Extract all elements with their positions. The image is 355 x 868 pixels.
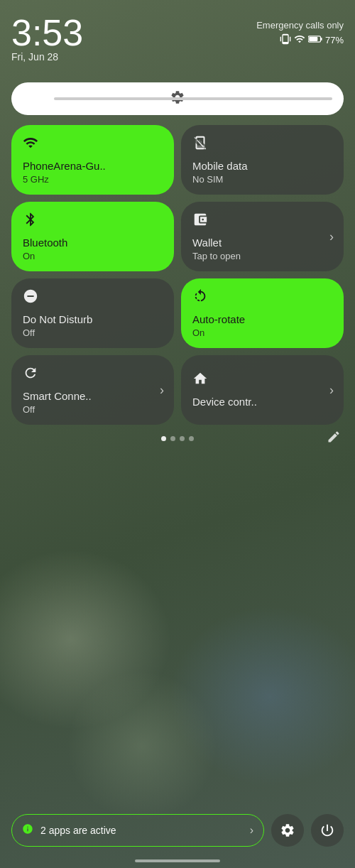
mobile-data-label: Mobile data bbox=[192, 160, 332, 173]
dnd-sublabel: Off bbox=[23, 327, 163, 338]
status-icons: 77% bbox=[280, 33, 344, 47]
tile-wifi[interactable]: PhoneArena-Gu.. 5 GHz bbox=[11, 125, 174, 195]
device-control-arrow: › bbox=[329, 383, 334, 398]
info-icon bbox=[22, 823, 33, 837]
tile-device-control[interactable]: Device contr.. › bbox=[181, 355, 344, 425]
wallet-arrow: › bbox=[329, 229, 334, 244]
vibrate-icon bbox=[280, 33, 291, 47]
active-apps-arrow: › bbox=[250, 824, 253, 837]
wallet-icon bbox=[192, 212, 332, 231]
emergency-text: Emergency calls only bbox=[256, 20, 344, 31]
quick-tiles: PhoneArena-Gu.. 5 GHz Mobile data No SIM… bbox=[11, 125, 344, 425]
smart-connect-arrow: › bbox=[160, 383, 164, 398]
signal-icon bbox=[294, 33, 305, 47]
auto-rotate-sublabel: On bbox=[192, 327, 332, 338]
dot-indicators bbox=[161, 436, 194, 441]
smart-connect-icon bbox=[23, 365, 163, 384]
tile-mobile-data[interactable]: Mobile data No SIM bbox=[181, 125, 344, 195]
mobile-data-icon bbox=[192, 135, 332, 154]
svg-rect-1 bbox=[321, 38, 322, 40]
wifi-label: PhoneArena-Gu.. bbox=[23, 160, 163, 173]
smart-connect-label: Smart Conne.. bbox=[23, 390, 163, 403]
dot-1[interactable] bbox=[161, 436, 166, 441]
brightness-track[interactable] bbox=[54, 97, 332, 100]
status-bar: 3:53 Fri, Jun 28 Emergency calls only bbox=[11, 14, 344, 74]
edit-icon[interactable] bbox=[327, 430, 341, 447]
mobile-data-sublabel: No SIM bbox=[192, 174, 332, 185]
tile-wallet[interactable]: Wallet Tap to open › bbox=[181, 202, 344, 271]
battery-percentage: 77% bbox=[325, 35, 344, 45]
tile-bluetooth[interactable]: Bluetooth On bbox=[11, 202, 174, 271]
brightness-slider[interactable] bbox=[11, 82, 344, 115]
device-control-icon bbox=[192, 371, 332, 390]
bluetooth-sublabel: On bbox=[23, 251, 163, 261]
settings-button[interactable] bbox=[271, 814, 304, 847]
bottom-bar: 2 apps are active › bbox=[11, 814, 344, 847]
dnd-label: Do Not Disturb bbox=[23, 313, 163, 326]
battery-icon bbox=[308, 33, 322, 47]
power-button[interactable] bbox=[311, 814, 344, 847]
wallet-sublabel: Tap to open bbox=[192, 251, 332, 261]
dnd-icon bbox=[23, 288, 163, 308]
svg-rect-2 bbox=[309, 37, 317, 41]
tile-auto-rotate[interactable]: Auto-rotate On bbox=[181, 278, 344, 348]
dot-3[interactable] bbox=[180, 436, 185, 441]
tile-smart-connect[interactable]: Smart Conne.. Off › bbox=[11, 355, 174, 425]
smart-connect-sublabel: Off bbox=[23, 404, 163, 415]
dot-2[interactable] bbox=[170, 436, 175, 441]
auto-rotate-label: Auto-rotate bbox=[192, 313, 332, 326]
bluetooth-label: Bluetooth bbox=[23, 237, 163, 249]
page-indicators bbox=[11, 436, 344, 441]
dot-4[interactable] bbox=[189, 436, 194, 441]
device-control-label: Device contr.. bbox=[192, 396, 332, 408]
bluetooth-icon bbox=[23, 212, 163, 231]
rotate-icon bbox=[192, 288, 332, 308]
active-apps-pill[interactable]: 2 apps are active › bbox=[11, 814, 264, 847]
home-indicator[interactable] bbox=[135, 859, 220, 862]
tile-dnd[interactable]: Do Not Disturb Off bbox=[11, 278, 174, 348]
clock-time: 3:53 bbox=[11, 14, 83, 51]
active-apps-text: 2 apps are active bbox=[40, 825, 243, 836]
wifi-icon bbox=[23, 135, 163, 154]
wifi-sublabel: 5 GHz bbox=[23, 174, 163, 185]
wallet-label: Wallet bbox=[192, 237, 332, 249]
